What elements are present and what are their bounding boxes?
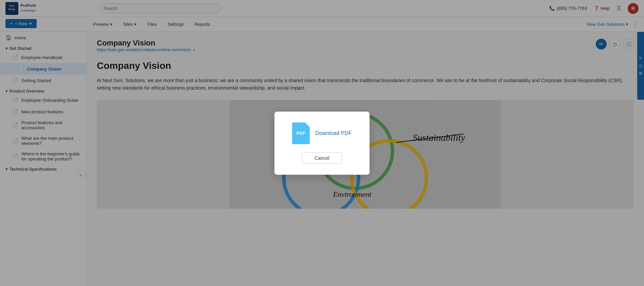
modal-pdf-row: PDF Download PDF	[292, 122, 352, 144]
pdf-label: PDF	[296, 131, 306, 136]
download-pdf-modal: PDF Download PDF Cancel	[274, 112, 370, 175]
cancel-button[interactable]: Cancel	[302, 152, 342, 164]
download-pdf-link[interactable]: Download PDF	[315, 130, 352, 136]
modal-overlay[interactable]: PDF Download PDF Cancel	[0, 0, 644, 286]
pdf-icon: PDF	[292, 122, 310, 144]
